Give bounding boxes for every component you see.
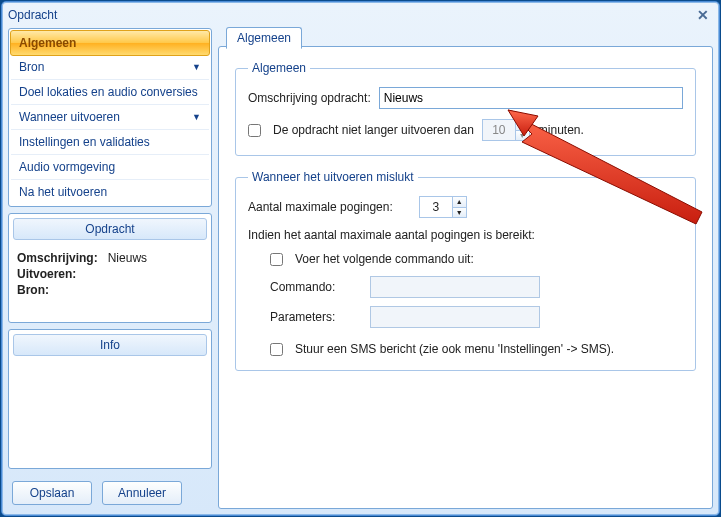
spin-down-icon[interactable]: ▼ [515, 131, 529, 141]
nav-item-3[interactable]: Wanneer uitvoeren▼ [11, 105, 209, 130]
spin-up-icon[interactable]: ▲ [515, 120, 529, 131]
info-body [9, 360, 211, 372]
timeout-unit: minuten. [538, 123, 584, 137]
dialog-buttons: Opslaan Annuleer [8, 475, 212, 509]
param-label: Parameters: [270, 310, 360, 324]
left-column: AlgemeenBron▼Doel lokaties en audio conv… [8, 28, 212, 509]
sms-checkbox[interactable] [270, 343, 283, 356]
max-label: Aantal maximale pogingen: [248, 200, 393, 214]
nav-item-4[interactable]: Instellingen en validaties [11, 130, 209, 155]
sms-check-label: Stuur een SMS bericht (zie ook menu 'Ins… [295, 342, 614, 356]
nav-item-1[interactable]: Bron▼ [11, 55, 209, 80]
summary-omschrijving-value: Nieuws [108, 251, 147, 265]
spin-up-icon[interactable]: ▲ [452, 197, 466, 208]
desc-label: Omschrijving opdracht: [248, 91, 371, 105]
param-input[interactable] [370, 306, 540, 328]
group-general: Algemeen Omschrijving opdracht: De opdra… [235, 61, 696, 156]
right-column: Algemeen Algemeen Omschrijving opdracht:… [218, 28, 713, 509]
nav-item-label: Bron [19, 60, 44, 74]
window-title: Opdracht [8, 8, 57, 22]
close-button[interactable]: ✕ [693, 7, 713, 23]
summary-uitvoeren-label: Uitvoeren: [17, 267, 76, 281]
group-fail: Wanneer het uitvoeren mislukt Aantal max… [235, 170, 696, 371]
nav-item-label: Doel lokaties en audio conversies [19, 85, 198, 99]
timeout-checkbox[interactable] [248, 124, 261, 137]
timeout-spinner[interactable]: ▲▼ [482, 119, 530, 141]
nav-item-6[interactable]: Na het uitvoeren [11, 180, 209, 204]
cmd-label: Commando: [270, 280, 360, 294]
group-fail-legend: Wanneer het uitvoeren mislukt [248, 170, 418, 184]
nav-item-5[interactable]: Audio vormgeving [11, 155, 209, 180]
cancel-button[interactable]: Annuleer [102, 481, 182, 505]
desc-input[interactable] [379, 87, 683, 109]
summary-header: Opdracht [13, 218, 207, 240]
max-spinner[interactable]: ▲▼ [419, 196, 467, 218]
dialog-window: Opdracht ✕ AlgemeenBron▼Doel lokaties en… [1, 1, 720, 516]
summary-omschrijving-label: Omschrijving: [17, 251, 98, 265]
nav-item-2[interactable]: Doel lokaties en audio conversies [11, 80, 209, 105]
summary-bron-label: Bron: [17, 283, 49, 297]
tab-algemeen[interactable]: Algemeen [226, 27, 302, 49]
nav-item-label: Instellingen en validaties [19, 135, 150, 149]
info-header: Info [13, 334, 207, 356]
cmd-checkbox[interactable] [270, 253, 283, 266]
cmd-check-label: Voer het volgende commando uit: [295, 252, 474, 266]
timeout-label: De opdracht niet langer uitvoeren dan [273, 123, 474, 137]
nav-panel: AlgemeenBron▼Doel lokaties en audio conv… [8, 28, 212, 207]
spin-down-icon[interactable]: ▼ [452, 208, 466, 218]
nav-item-label: Algemeen [19, 36, 76, 50]
group-general-legend: Algemeen [248, 61, 310, 75]
cmd-input[interactable] [370, 276, 540, 298]
summary-body: Omschrijving: Nieuws Uitvoeren: Bron: [9, 244, 211, 304]
chevron-down-icon: ▼ [192, 62, 201, 72]
summary-panel: Opdracht Omschrijving: Nieuws Uitvoeren:… [8, 213, 212, 323]
chevron-down-icon: ▼ [192, 112, 201, 122]
nav-item-label: Audio vormgeving [19, 160, 115, 174]
timeout-value[interactable] [483, 120, 515, 140]
save-button[interactable]: Opslaan [12, 481, 92, 505]
nav-item-label: Na het uitvoeren [19, 185, 107, 199]
reached-label: Indien het aantal maximale aantal poging… [248, 228, 535, 242]
titlebar: Opdracht ✕ [2, 2, 719, 28]
nav-item-label: Wanneer uitvoeren [19, 110, 120, 124]
nav-item-0[interactable]: Algemeen [10, 30, 210, 56]
max-value[interactable] [420, 197, 452, 217]
info-panel: Info [8, 329, 212, 469]
main-panel: Algemeen Omschrijving opdracht: De opdra… [218, 46, 713, 509]
